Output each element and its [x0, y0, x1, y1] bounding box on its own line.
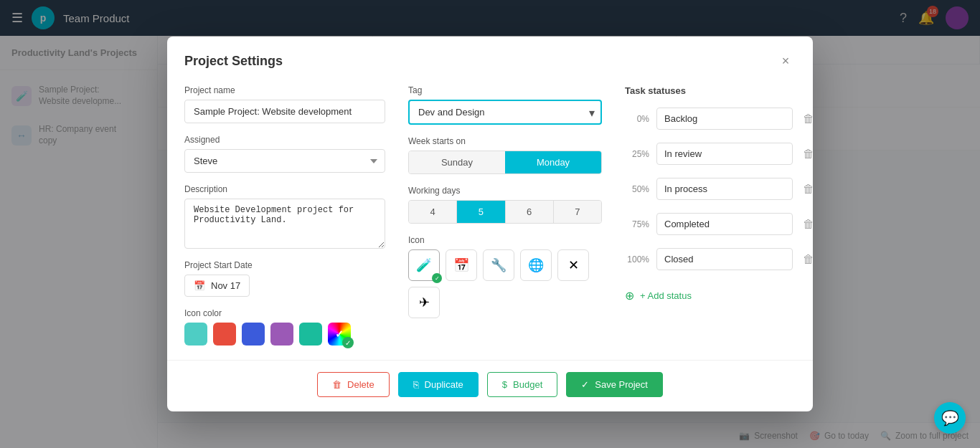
- start-date-group: Project Start Date 📅 Nov 17: [184, 260, 385, 297]
- icon-cross-btn[interactable]: ✕: [557, 249, 589, 281]
- trash-icon: 🗑: [803, 253, 813, 266]
- start-date-button[interactable]: 📅 Nov 17: [184, 275, 250, 297]
- color-swatch-gradient[interactable]: ✓: [328, 323, 351, 345]
- status-pct-in-review: 25%: [625, 149, 649, 159]
- assigned-label: Assigned: [184, 135, 385, 145]
- icon-color-label: Icon color: [184, 308, 385, 318]
- copy-icon: ⎘: [413, 379, 419, 390]
- project-name-input[interactable]: [184, 100, 385, 123]
- modal-middle-column: Tag Dev and Design Design Development Ma…: [408, 85, 602, 345]
- icon-calendar-btn[interactable]: 📅: [446, 249, 477, 281]
- icon-color-group: Icon color ✓: [184, 308, 385, 345]
- day-6-btn[interactable]: 6: [506, 201, 554, 223]
- trash-icon: 🗑: [803, 148, 813, 161]
- color-swatches: ✓: [184, 323, 385, 345]
- week-starts-group: Week starts on Sunday Monday: [408, 136, 602, 174]
- day-7-btn[interactable]: 7: [554, 201, 601, 223]
- assigned-select[interactable]: Steve: [184, 149, 385, 173]
- trash-icon: 🗑: [803, 113, 813, 125]
- working-days-label: Working days: [408, 186, 602, 196]
- icon-flask-btn[interactable]: 🧪 ✓: [408, 249, 440, 281]
- color-swatch-teal[interactable]: [184, 323, 207, 345]
- calendar-icon: 📅: [194, 280, 205, 291]
- duplicate-button[interactable]: ⎘ Duplicate: [398, 372, 479, 397]
- description-label: Description: [184, 184, 385, 194]
- modal-overlay: Project Settings × Project name Assigned…: [0, 0, 980, 448]
- project-name-group: Project name: [184, 85, 385, 123]
- status-delete-closed[interactable]: 🗑: [800, 250, 813, 269]
- dollar-icon: $: [502, 379, 507, 390]
- project-name-label: Project name: [184, 85, 385, 95]
- icon-globe-btn[interactable]: 🌐: [520, 249, 552, 281]
- assigned-group: Assigned Steve: [184, 135, 385, 173]
- week-monday-btn[interactable]: Monday: [505, 151, 601, 173]
- tag-select-wrap: Dev and Design Design Development Market…: [408, 100, 602, 125]
- trash-icon: 🗑: [803, 183, 813, 196]
- status-input-completed[interactable]: [656, 213, 793, 235]
- days-group: 4 5 6 7: [408, 200, 602, 224]
- trash-icon: 🗑: [332, 379, 341, 390]
- start-date-value: Nov 17: [211, 280, 240, 291]
- trash-icon: 🗑: [803, 218, 813, 231]
- add-status-button[interactable]: ⊕ + Add status: [625, 286, 692, 305]
- tag-label: Tag: [408, 85, 602, 95]
- week-sunday-btn[interactable]: Sunday: [409, 151, 505, 173]
- modal-right-column: Task statuses 0% 🗑 25% 🗑 50%: [625, 85, 813, 345]
- status-delete-backlog[interactable]: 🗑: [800, 110, 813, 128]
- status-row-closed: 100% 🗑: [625, 248, 813, 270]
- description-textarea[interactable]: Website Development project for Producti…: [184, 199, 385, 249]
- chat-icon: 💬: [941, 409, 959, 426]
- status-pct-in-process: 50%: [625, 184, 649, 194]
- week-starts-label: Week starts on: [408, 136, 602, 146]
- task-statuses-title: Task statuses: [625, 85, 813, 96]
- project-settings-modal: Project Settings × Project name Assigned…: [167, 37, 813, 411]
- modal-header: Project Settings ×: [167, 37, 813, 71]
- color-swatch-red[interactable]: [213, 323, 236, 345]
- day-5-btn[interactable]: 5: [457, 201, 505, 223]
- start-date-label: Project Start Date: [184, 260, 385, 270]
- modal-footer: 🗑 Delete ⎘ Duplicate $ Budget ✓ Save Pro…: [167, 360, 813, 411]
- status-row-backlog: 0% 🗑: [625, 108, 813, 130]
- plus-circle-icon: ⊕: [625, 289, 634, 302]
- modal-left-column: Project name Assigned Steve Description …: [184, 85, 385, 345]
- save-project-button[interactable]: ✓ Save Project: [566, 372, 663, 397]
- working-days-group: Working days 4 5 6 7: [408, 186, 602, 224]
- status-input-in-process[interactable]: [656, 178, 793, 200]
- status-pct-backlog: 0%: [625, 114, 649, 124]
- tag-group: Tag Dev and Design Design Development Ma…: [408, 85, 602, 125]
- icon-paper-plane-btn[interactable]: ✈: [408, 287, 440, 318]
- week-toggle-group: Sunday Monday: [408, 151, 602, 174]
- modal-close-button[interactable]: ×: [776, 51, 796, 71]
- status-delete-in-process[interactable]: 🗑: [800, 180, 813, 199]
- status-pct-completed: 75%: [625, 219, 649, 229]
- color-swatch-blue[interactable]: [242, 323, 265, 345]
- budget-button[interactable]: $ Budget: [487, 372, 557, 397]
- status-pct-closed: 100%: [625, 254, 649, 264]
- color-swatch-green[interactable]: [299, 323, 322, 345]
- status-delete-completed[interactable]: 🗑: [800, 215, 813, 234]
- delete-button[interactable]: 🗑 Delete: [317, 372, 390, 397]
- icon-label: Icon: [408, 235, 602, 245]
- status-input-backlog[interactable]: [656, 108, 793, 130]
- status-row-completed: 75% 🗑: [625, 213, 813, 235]
- check-icon: ✓: [581, 379, 589, 390]
- status-delete-in-review[interactable]: 🗑: [800, 145, 813, 163]
- icon-tools-btn[interactable]: 🔧: [483, 249, 514, 281]
- icon-group: Icon 🧪 ✓ 📅 🔧 🌐 ✕ ✈: [408, 235, 602, 318]
- status-input-in-review[interactable]: [656, 143, 793, 165]
- modal-body: Project name Assigned Steve Description …: [167, 71, 813, 360]
- close-icon: ×: [782, 54, 790, 69]
- status-row-in-process: 50% 🗑: [625, 178, 813, 200]
- chat-button[interactable]: 💬: [934, 402, 966, 434]
- description-group: Description Website Development project …: [184, 184, 385, 249]
- icons-grid: 🧪 ✓ 📅 🔧 🌐 ✕ ✈: [408, 249, 602, 318]
- tag-select[interactable]: Dev and Design Design Development Market…: [408, 100, 602, 125]
- icon-selected-check: ✓: [432, 273, 442, 283]
- color-swatch-purple[interactable]: [270, 323, 293, 345]
- status-input-closed[interactable]: [656, 248, 793, 270]
- status-row-in-review: 25% 🗑: [625, 143, 813, 165]
- day-4-btn[interactable]: 4: [409, 201, 457, 223]
- modal-title: Project Settings: [184, 54, 283, 69]
